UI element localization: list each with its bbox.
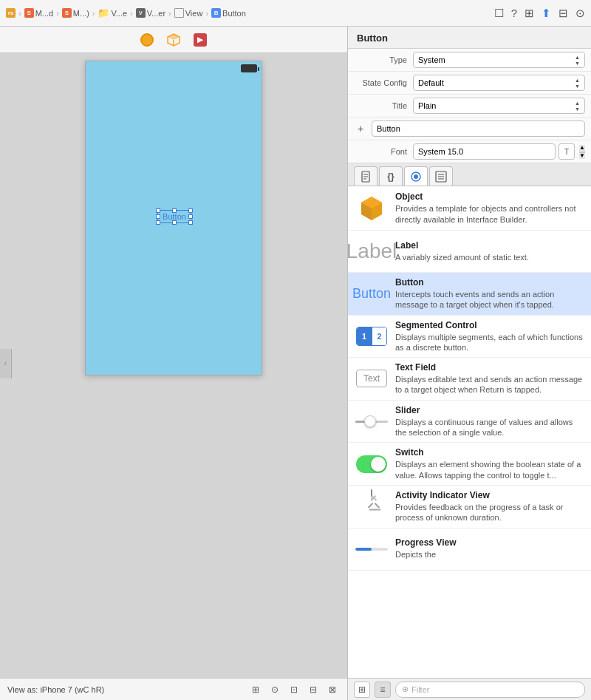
handle-bl <box>156 220 160 225</box>
progress-fill <box>355 548 372 551</box>
grid-view-icon[interactable]: ⊞ <box>354 682 370 698</box>
breadcrumb[interactable]: rs › M...d › M...) › 📁 V...e › V...er › … <box>6 7 246 18</box>
progress-title: Progress View <box>395 537 584 548</box>
activity-lib-icon <box>355 490 388 523</box>
canvas-icon-cube[interactable] <box>166 33 181 47</box>
title-label: Title <box>354 101 413 110</box>
down-arrow: ▼ <box>575 106 580 112</box>
button-widget[interactable]: Button <box>157 210 191 223</box>
handle-tc <box>172 208 177 213</box>
tab-file[interactable] <box>354 166 378 186</box>
progress-lib-icon <box>355 533 388 565</box>
state-config-value: Default <box>418 78 444 87</box>
add-button[interactable]: + <box>354 122 367 135</box>
filter-input[interactable]: ⊕ Filter <box>395 682 585 698</box>
font-stepper-down[interactable]: ▼ <box>579 152 585 159</box>
spoke-7 <box>369 509 376 511</box>
activity-title: Activity Indicator View <box>395 490 584 500</box>
breadcrumb-ver[interactable]: V...er <box>147 9 165 18</box>
list-item[interactable]: Text Text Field Displays editable text a… <box>348 358 591 401</box>
object-icon <box>355 192 388 225</box>
list-item[interactable]: Label Label A variably sized amount of s… <box>348 231 591 273</box>
breadcrumb-ve[interactable]: V...e <box>111 9 127 18</box>
progress-desc: Depicts the <box>395 549 584 560</box>
button-text-control: Button <box>372 120 585 137</box>
slider-icon <box>355 421 388 423</box>
list-item[interactable]: Activity Indicator View Provides feedbac… <box>348 486 591 529</box>
filter-placeholder: Filter <box>411 685 429 694</box>
right-panel: Button Type System ▲ ▼ Stat <box>347 27 591 700</box>
type-select[interactable]: System ▲ ▼ <box>413 52 585 68</box>
button-lib-icon: Button <box>355 277 388 310</box>
file-icon[interactable]: ☐ <box>494 7 504 20</box>
button-lib-desc: Intercepts touch events and sends an act… <box>395 289 584 310</box>
object-text: Object Provides a template for objects a… <box>395 191 584 225</box>
button-widget-container[interactable]: Button <box>145 205 204 228</box>
state-config-control: Default ▲ ▼ <box>413 75 585 91</box>
font-input[interactable]: System 15.0 <box>413 143 556 160</box>
type-label: Type <box>354 55 413 64</box>
title-select[interactable]: Plain ▲ ▼ <box>413 98 585 114</box>
tab-attrs[interactable] <box>404 166 428 186</box>
segment-title: Segmented Control <box>395 320 584 330</box>
tab-size[interactable] <box>429 166 453 186</box>
left-collapse-arrow[interactable]: ‹ <box>0 349 12 378</box>
list-item[interactable]: Slider Displays a continuous range of va… <box>348 401 591 444</box>
segment-text: Segmented Control Displays multiple segm… <box>395 320 584 353</box>
state-config-select[interactable]: Default ▲ ▼ <box>413 75 585 91</box>
font-stepper-up[interactable]: ▲ <box>579 145 585 152</box>
object-desc: Provides a template for objects and cont… <box>395 203 584 225</box>
switch-text: Switch Displays an element showing the b… <box>395 447 584 480</box>
title-arrows: ▲ ▼ <box>575 101 580 112</box>
seg-1: 1 <box>357 327 372 346</box>
breadcrumb-button[interactable]: Button <box>222 9 246 18</box>
svg-marker-1 <box>168 34 180 40</box>
download-icon[interactable]: ⬆ <box>542 7 551 20</box>
label-title: Label <box>395 240 584 251</box>
layout-x-icon[interactable]: ⊠ <box>325 682 340 697</box>
library-bottom-bar: ⊞ ≡ ⊕ Filter <box>348 678 591 700</box>
switch-thumb <box>371 457 386 472</box>
progress-icon <box>355 548 388 551</box>
button-lib-text: Button Intercepts touch events and sends… <box>395 277 584 310</box>
code-tab-icon: {} <box>387 171 394 182</box>
layout-h-icon[interactable]: ⊡ <box>287 682 301 697</box>
font-icon[interactable]: T <box>558 143 575 160</box>
list-view-icon[interactable]: ≡ <box>375 682 391 698</box>
status-bar <box>241 64 257 72</box>
canvas-toolbar: ▶ <box>0 27 347 53</box>
handle-br <box>188 220 193 225</box>
bottom-bar: View as: iPhone 7 (wC hR) ⊞ ⊙ ⊡ ⊟ ⊠ <box>0 678 347 700</box>
list-item[interactable]: Progress View Depicts the <box>348 529 591 571</box>
segment-lib-icon: 1 2 <box>355 320 388 353</box>
forward-icon[interactable]: ⊙ <box>575 7 585 20</box>
view-icon <box>174 8 184 18</box>
breadcrumb-md1[interactable]: M...d <box>35 9 53 18</box>
list-item[interactable]: Button Button Intercepts touch events an… <box>348 273 591 316</box>
spoke-4 <box>375 503 380 509</box>
list-item[interactable]: 1 2 Segmented Control Displays multiple … <box>348 316 591 359</box>
textfield-text: Text Field Displays editable text and se… <box>395 362 584 395</box>
title-value: Plain <box>418 101 436 110</box>
breadcrumb-md2[interactable]: M...) <box>73 9 89 18</box>
list-item[interactable]: Object Provides a template for objects a… <box>348 186 591 231</box>
canvas-icon-orange[interactable] <box>140 33 154 47</box>
layout-v-icon[interactable]: ⊟ <box>306 682 321 697</box>
help-icon[interactable]: ? <box>511 7 517 19</box>
up-arrow: ▲ <box>575 78 580 83</box>
grid-icon[interactable]: ⊞ <box>525 7 534 20</box>
tab-code[interactable]: {} <box>379 166 403 186</box>
segment-icon: 1 2 <box>356 327 387 346</box>
canvas-panel: ▶ <box>0 27 347 700</box>
list-item[interactable]: Switch Displays an element showing the b… <box>348 443 591 486</box>
button-text-row: + Button <box>348 118 591 140</box>
rotate-icon[interactable]: ⊙ <box>267 682 282 697</box>
cube-icon <box>166 33 181 47</box>
grid-2-icon[interactable]: ⊞ <box>248 682 263 697</box>
button-text-icon: Button <box>352 286 391 302</box>
title-control: Plain ▲ ▼ <box>413 98 585 114</box>
breadcrumb-view[interactable]: View <box>185 9 203 18</box>
sidebar-icon[interactable]: ⊟ <box>558 7 568 20</box>
canvas-icon-present[interactable]: ▶ <box>193 33 208 47</box>
button-text-input[interactable]: Button <box>372 120 585 137</box>
